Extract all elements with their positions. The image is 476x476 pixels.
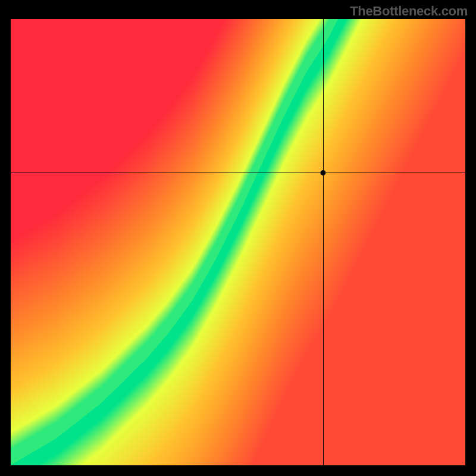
watermark-text: TheBottleneck.com [350,4,468,19]
bottleneck-heatmap [11,19,465,465]
chart-container: TheBottleneck.com [0,0,476,476]
